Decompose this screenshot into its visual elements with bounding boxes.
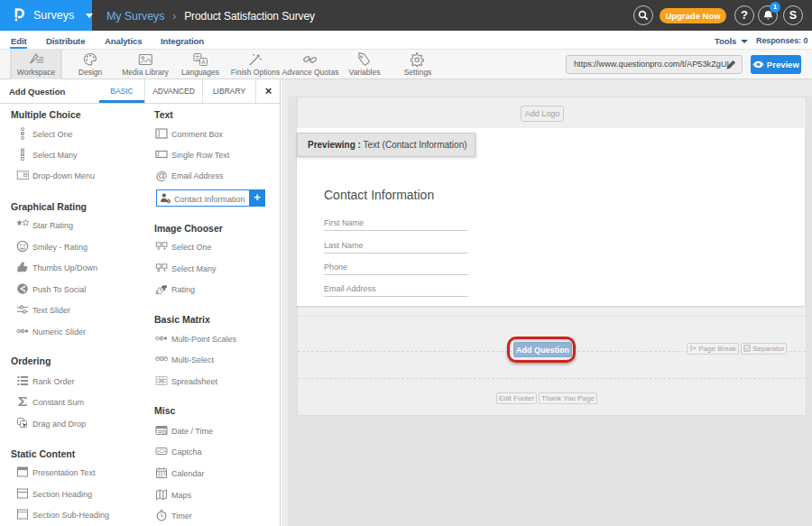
svg-text:@: @ bbox=[156, 169, 168, 181]
svg-text:A: A bbox=[201, 59, 206, 65]
svg-text:vCA: vCA bbox=[157, 449, 167, 455]
